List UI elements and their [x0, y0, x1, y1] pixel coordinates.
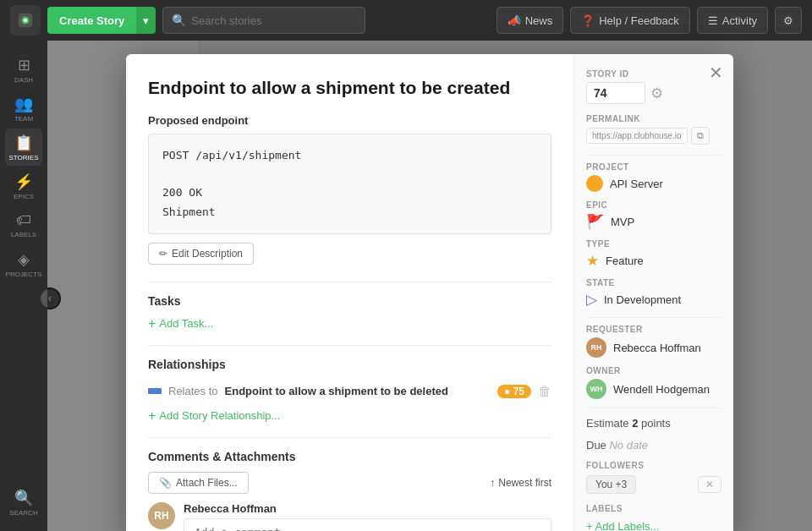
news-button[interactable]: 📣 News [497, 7, 564, 34]
copy-permalink-button[interactable]: ⧉ [691, 127, 710, 145]
followers-label: Followers [586, 461, 721, 470]
stories-icon: 📋 [14, 134, 33, 152]
requester-label: Requester [586, 325, 721, 334]
labels-icon: 🏷 [16, 211, 31, 229]
comments-label: Comments & Attachments [148, 450, 551, 463]
search-bar[interactable]: 🔍 [162, 7, 365, 34]
due-section: Due No date [586, 437, 721, 452]
attach-files-button[interactable]: 📎 Attach Files... [148, 472, 249, 494]
modal-left-panel: Endpoint to allow a shipment to be creat… [126, 54, 574, 531]
modal-body: Endpoint to allow a shipment to be creat… [126, 54, 733, 531]
project-row: API Server [586, 175, 721, 192]
estimate-section: Estimate 2 points [586, 415, 721, 430]
right-divider-3 [586, 408, 721, 408]
owner-section: Owner WH Wendell Hodgeman [586, 366, 721, 399]
epic-row: 🚩 MVP [586, 213, 721, 231]
megaphone-icon: 📣 [508, 14, 521, 27]
story-settings-icon[interactable]: ⚙ [650, 85, 663, 102]
labels-label: Labels [586, 504, 721, 513]
home-icon: ⊞ [18, 56, 30, 74]
proposed-endpoint-label: Proposed endpoint [148, 114, 551, 127]
help-feedback-label: Help / Feedback [599, 14, 679, 27]
settings-button[interactable]: ⚙ [775, 7, 802, 34]
logo[interactable] [10, 5, 41, 36]
comments-attachments-section: Comments & Attachments 📎 Attach Files...… [148, 450, 551, 531]
news-label: News [525, 14, 553, 27]
story-id-label: Story ID [586, 69, 721, 79]
create-story-button[interactable]: Create Story [47, 7, 136, 34]
due-label: Due [586, 439, 609, 452]
requester-value[interactable]: Rebecca Hoffman [613, 342, 701, 354]
comment-input[interactable] [184, 518, 551, 531]
activity-label: Activity [722, 14, 757, 27]
divider-3 [148, 437, 551, 438]
type-label: Type [586, 239, 721, 249]
comments-toolbar: 📎 Attach Files... ↑ Newest first [148, 472, 551, 494]
commenter-avatar: RH [148, 502, 175, 529]
due-value: No date [609, 439, 648, 452]
epic-value[interactable]: MVP [611, 216, 634, 228]
epics-icon: ⚡ [14, 172, 33, 191]
permalink-row: ⧉ [586, 127, 721, 145]
followers-remove-button[interactable]: ✕ [698, 476, 721, 493]
owner-label: Owner [586, 366, 721, 375]
story-id-section: Story ID ⚙ [586, 69, 721, 104]
sort-newest-button[interactable]: ↑ Newest first [490, 477, 551, 489]
activity-button[interactable]: ☰ Activity [697, 7, 768, 34]
state-row: ▷ In Development [586, 291, 721, 309]
project-label: Project [586, 162, 721, 172]
owner-value[interactable]: Wendell Hodgeman [613, 383, 710, 396]
top-nav: Create Story ▾ 🔍 📣 News ❓ Help / Feedbac… [0, 0, 812, 41]
type-value[interactable]: Feature [606, 255, 644, 267]
left-sidebar: ⊞ DASH 👥 TEAM 📋 STORIES ⚡ EPICS 🏷 LABELS… [0, 41, 47, 531]
relationships-label: Relationships [148, 358, 551, 371]
edit-description-button[interactable]: ✏ Edit Description [148, 243, 254, 265]
state-arrow-icon: ▷ [586, 291, 597, 309]
sidebar-item-epics[interactable]: ⚡ EPICS [5, 167, 42, 205]
relationship-item: Relates to Endpoint to allow a shipment … [148, 380, 551, 403]
modal-close-button[interactable]: ✕ [709, 63, 723, 83]
relationship-target[interactable]: Endpoint to allow a shipment to be delet… [225, 385, 491, 397]
sidebar-item-projects[interactable]: ◈ PROJECTS [5, 245, 42, 282]
tasks-label: Tasks [148, 294, 551, 308]
story-modal: ✕ Endpoint to allow a shipment to be cre… [126, 54, 733, 531]
relationship-delete-button[interactable]: 🗑 [538, 384, 551, 399]
sidebar-item-dashboard[interactable]: ⊞ DASH [5, 51, 42, 88]
sidebar-item-labels[interactable]: 🏷 LABELS [5, 206, 42, 244]
search-icon: 🔍 [172, 14, 186, 27]
requester-avatar: RH [586, 337, 606, 358]
create-story-dropdown-button[interactable]: ▾ [136, 7, 156, 34]
state-value[interactable]: In Development [604, 293, 681, 306]
add-labels-button[interactable]: + Add Labels... [586, 520, 659, 531]
requester-row: RH Rebecca Hoffman [586, 337, 721, 358]
add-relationship-button[interactable]: + Add Story Relationship... [148, 408, 280, 424]
projects-icon: ◈ [18, 250, 30, 269]
type-section: Type ★ Feature [586, 239, 721, 270]
followers-section: Followers You +3 ✕ [586, 461, 721, 494]
team-icon: 👥 [14, 95, 33, 113]
search-nav-icon: 🔍 [14, 489, 33, 507]
followers-tag[interactable]: You +3 [586, 475, 636, 494]
project-value[interactable]: API Server [610, 178, 663, 190]
epic-flag-icon: 🚩 [586, 213, 604, 231]
project-dot [586, 175, 603, 192]
add-task-button[interactable]: + Add Task... [148, 316, 213, 331]
code-block: POST /api/v1/shipment 200 OK Shipment [148, 134, 551, 233]
owner-avatar: WH [586, 379, 606, 399]
sidebar-item-search[interactable]: 🔍 SEARCH [5, 484, 42, 521]
permalink-input[interactable] [586, 128, 688, 144]
story-id-input[interactable] [586, 82, 645, 104]
plus-icon-2: + [148, 408, 156, 424]
followers-row: You +3 ✕ [586, 475, 721, 494]
modal-right-panel: Story ID ⚙ Permalink ⧉ [574, 54, 733, 531]
story-title: Endpoint to allow a shipment to be creat… [148, 76, 551, 99]
help-feedback-button[interactable]: ❓ Help / Feedback [570, 7, 690, 34]
sort-icon: ↑ [490, 477, 495, 489]
comment-area: RH Rebecca Hoffman [148, 502, 551, 531]
project-section: Project API Server [586, 162, 721, 192]
sidebar-item-team[interactable]: 👥 TEAM [5, 90, 42, 127]
sidebar-item-stories[interactable]: 📋 STORIES [5, 129, 42, 166]
search-input[interactable] [191, 14, 356, 27]
plus-icon: + [148, 316, 156, 331]
right-divider-2 [586, 317, 721, 318]
